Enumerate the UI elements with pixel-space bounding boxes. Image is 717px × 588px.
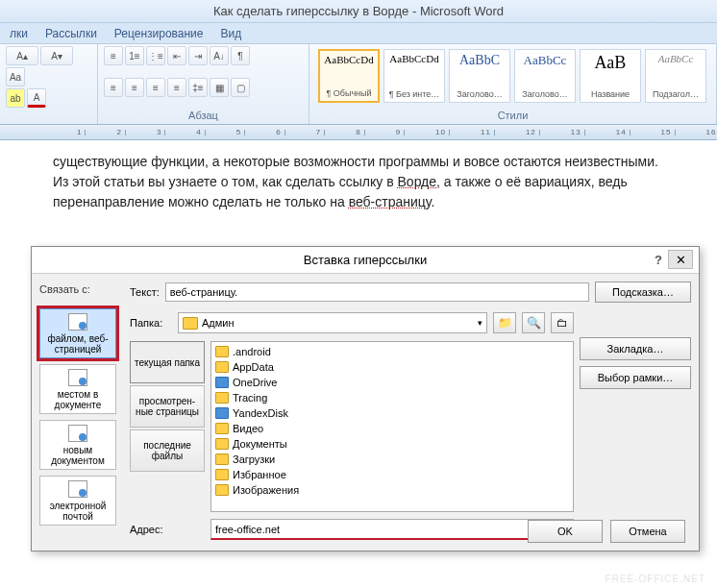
ribbon-tab[interactable]: Вид: [221, 27, 242, 40]
styles-gallery: AaBbCcDd¶ Обычный AaBbCcDd¶ Без инте… Aa…: [315, 46, 710, 106]
target-frame-button[interactable]: Выбор рамки…: [580, 366, 691, 389]
ribbon-tab[interactable]: лки: [10, 27, 28, 40]
text-label: Текст:: [130, 286, 160, 298]
show-marks-icon[interactable]: ¶: [231, 46, 250, 65]
sort-icon[interactable]: A↓: [210, 46, 229, 65]
folder-select[interactable]: Админ ▾: [178, 312, 487, 333]
dialog-titlebar[interactable]: Вставка гиперссылки ? ✕: [32, 247, 699, 274]
folder-icon: [215, 346, 229, 357]
align-left-icon[interactable]: ≡: [104, 78, 123, 97]
folder-label: Папка:: [130, 317, 172, 329]
style-title[interactable]: АаВНазвание: [580, 49, 641, 103]
indent-left-icon[interactable]: ⇤: [167, 46, 186, 65]
font-size-up-icon[interactable]: A▴: [6, 46, 38, 65]
watermark: FREE-OFFICE.NET: [606, 574, 705, 584]
browse-file-icon[interactable]: 🗀: [551, 312, 574, 333]
folder-icon: [215, 392, 229, 404]
font-color-icon[interactable]: A: [27, 88, 46, 108]
dialog-title: Вставка гиперссылки: [304, 253, 427, 267]
style-heading1[interactable]: AaBbCЗаголово…: [449, 49, 510, 103]
file-list[interactable]: .android AppData OneDrive Tracing Yandex…: [210, 341, 574, 512]
list-item[interactable]: .android: [213, 344, 571, 359]
list-item[interactable]: Избранное: [213, 467, 571, 482]
folder-icon: [215, 438, 229, 450]
linkto-new-doc[interactable]: новым документом: [39, 420, 116, 470]
browse-current-folder[interactable]: текущая папка: [130, 341, 205, 383]
browse-browsed-pages[interactable]: просмотрен-ные страницы: [130, 385, 205, 428]
folder-icon: [215, 484, 229, 496]
list-item[interactable]: Видео: [213, 421, 571, 436]
list-item[interactable]: OneDrive: [213, 375, 571, 390]
numbering-icon[interactable]: 1≡: [125, 46, 144, 65]
document-body[interactable]: существующие функции, а некоторые возмож…: [0, 140, 717, 220]
folder-icon: [215, 453, 229, 465]
font-size-down-icon[interactable]: A▾: [40, 46, 73, 65]
change-case-icon[interactable]: Aa: [6, 67, 25, 86]
bookmark-icon: [68, 369, 87, 386]
chevron-down-icon: ▾: [478, 318, 482, 328]
justify-icon[interactable]: ≡: [167, 78, 186, 97]
style-nospacing[interactable]: AaBbCcDd¶ Без инте…: [383, 49, 445, 103]
line-spacing-icon[interactable]: ‡≡: [188, 78, 208, 97]
ok-button[interactable]: OK: [528, 520, 603, 543]
list-item[interactable]: AppData: [213, 359, 571, 375]
bookmark-button[interactable]: Закладка…: [580, 337, 691, 360]
folder-icon: [183, 317, 198, 330]
shading-icon[interactable]: ▦: [210, 78, 229, 97]
linkto-file-web[interactable]: файлом, веб-страницей: [39, 308, 116, 358]
yandex-icon: [215, 407, 229, 419]
bullets-icon[interactable]: ≡: [104, 46, 123, 65]
ribbon-tab[interactable]: Рецензирование: [114, 27, 204, 40]
indent-right-icon[interactable]: ⇥: [188, 46, 208, 65]
insert-hyperlink-dialog: Вставка гиперссылки ? ✕ Связать с: Текст…: [31, 246, 700, 551]
up-folder-icon[interactable]: 📁: [493, 312, 516, 333]
list-item[interactable]: Загрузки: [213, 452, 571, 467]
list-item[interactable]: YandexDisk: [213, 405, 571, 421]
onedrive-icon: [215, 377, 229, 388]
ribbon-tab[interactable]: Рассылки: [45, 27, 97, 40]
group-label-styles: Стили: [315, 110, 710, 123]
cancel-button[interactable]: Отмена: [610, 520, 685, 543]
align-center-icon[interactable]: ≡: [125, 78, 144, 97]
style-heading2[interactable]: AaBbCcЗаголово…: [514, 49, 576, 103]
text-input[interactable]: [165, 282, 589, 302]
folder-icon: [215, 423, 229, 434]
folder-icon: [215, 469, 229, 480]
group-label: [6, 110, 91, 123]
window-title: Как сделать гиперссылку в Ворде - Micros…: [0, 0, 717, 23]
linkto-email[interactable]: электронной почтой: [39, 476, 116, 526]
ruler[interactable]: 1 2 3 4 5 6 7 8 9 10 11 12 13 14 15 16: [0, 125, 717, 140]
highlight-icon[interactable]: ab: [6, 88, 25, 108]
browse-recent-files[interactable]: последние файлы: [130, 429, 205, 472]
help-icon[interactable]: ?: [655, 253, 662, 267]
linkto-label: Связать с:: [39, 280, 124, 305]
file-web-icon: [68, 313, 87, 331]
style-subtitle[interactable]: AaBbCcПодзагол…: [645, 49, 706, 103]
style-normal[interactable]: AaBbCcDd¶ Обычный: [318, 49, 380, 103]
ribbon-tabs: лки Рассылки Рецензирование Вид: [0, 23, 717, 44]
group-label-paragraph: Абзац: [104, 110, 303, 123]
list-item[interactable]: Tracing: [213, 390, 571, 405]
email-icon: [68, 480, 87, 498]
list-item[interactable]: Документы: [213, 436, 571, 452]
close-icon[interactable]: ✕: [668, 250, 693, 269]
align-right-icon[interactable]: ≡: [146, 78, 165, 97]
address-input[interactable]: [210, 519, 556, 540]
screentip-button[interactable]: Подсказка…: [595, 282, 691, 303]
list-item[interactable]: Изображения: [213, 482, 571, 498]
address-label: Адрес:: [130, 516, 205, 543]
browse-web-icon[interactable]: 🔍: [522, 312, 545, 333]
new-doc-icon: [68, 425, 87, 442]
borders-icon[interactable]: ▢: [231, 78, 250, 97]
ribbon: A▴ A▾ Aa ab A ≡ 1≡ ⋮≡ ⇤ ⇥ A↓ ¶ ≡ ≡ ≡ ≡ ‡…: [0, 44, 717, 125]
folder-icon: [215, 361, 229, 373]
multilevel-icon[interactable]: ⋮≡: [146, 46, 165, 65]
linkto-place-in-doc[interactable]: местом в документе: [39, 364, 116, 414]
